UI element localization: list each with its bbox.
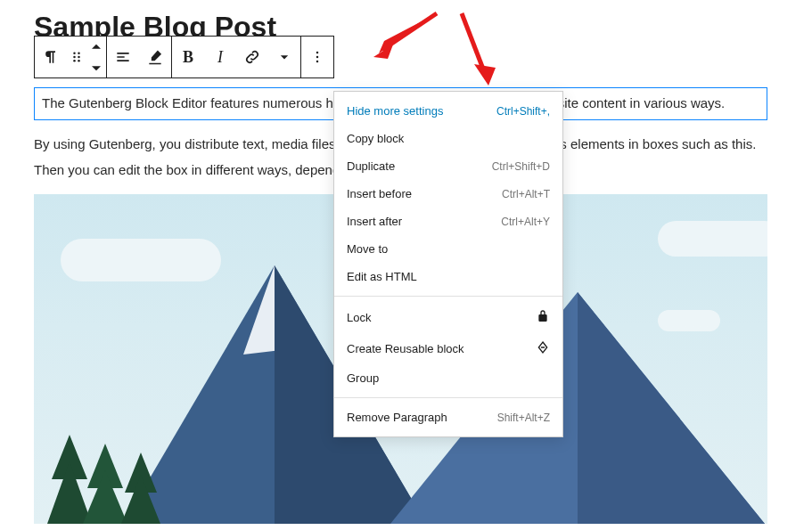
menu-item-create-reusable-block[interactable]: Create Reusable block [334, 333, 562, 364]
svg-point-2 [73, 56, 76, 59]
menu-item-remove-paragraph[interactable]: Remove ParagraphShift+Alt+Z [334, 404, 562, 431]
svg-point-4 [73, 60, 76, 62]
trees-icon [43, 426, 185, 524]
menu-section-3: Remove ParagraphShift+Alt+Z [334, 398, 562, 436]
drag-handle[interactable] [67, 37, 86, 77]
menu-item-shortcut: Ctrl+Shift+D [492, 160, 550, 173]
italic-button[interactable]: I [204, 37, 236, 77]
cloud-icon [658, 221, 767, 257]
menu-item-copy-block[interactable]: Copy block [334, 125, 562, 152]
svg-point-7 [316, 56, 319, 59]
reusable-block-icon [536, 340, 550, 355]
svg-point-6 [316, 52, 319, 54]
menu-section-1: Hide more settingsCtrl+Shift+,Copy block… [334, 92, 562, 297]
toolbar-group-align [107, 37, 172, 77]
menu-item-insert-after[interactable]: Insert afterCtrl+Alt+Y [334, 208, 562, 235]
svg-marker-13 [578, 292, 765, 524]
options-dropdown-menu: Hide more settingsCtrl+Shift+,Copy block… [333, 91, 563, 437]
more-rich-text-button[interactable] [268, 37, 300, 77]
toolbar-group-format: B I [172, 37, 301, 77]
toolbar-group-transform [35, 37, 107, 77]
svg-marker-15 [47, 461, 92, 524]
annotation-arrow-icon [370, 9, 441, 62]
more-vertical-icon [308, 48, 326, 66]
svg-point-1 [78, 53, 80, 55]
drag-icon [68, 48, 86, 66]
annotation-arrow-icon [444, 9, 497, 89]
align-button[interactable] [107, 37, 139, 77]
move-up-button[interactable] [86, 37, 106, 57]
menu-item-edit-as-html[interactable]: Edit as HTML [334, 263, 562, 290]
svg-marker-17 [83, 470, 127, 524]
options-button[interactable] [301, 37, 333, 77]
highlight-button[interactable] [139, 37, 171, 77]
align-left-icon [114, 48, 132, 66]
menu-item-label: Insert before [347, 187, 412, 200]
menu-item-move-to[interactable]: Move to [334, 235, 562, 263]
link-icon [243, 48, 261, 66]
svg-point-8 [316, 61, 319, 63]
menu-item-lock[interactable]: Lock [334, 302, 562, 333]
link-button[interactable] [236, 37, 268, 77]
svg-marker-19 [121, 475, 160, 524]
menu-item-insert-before[interactable]: Insert beforeCtrl+Alt+T [334, 180, 562, 208]
menu-item-shortcut: Shift+Alt+Z [497, 412, 550, 424]
menu-item-label: Copy block [347, 132, 404, 145]
menu-item-shortcut: Ctrl+Shift+, [496, 105, 550, 118]
menu-section-2: LockCreate Reusable blockGroup [334, 297, 562, 398]
menu-item-hide-more-settings[interactable]: Hide more settingsCtrl+Shift+, [334, 97, 562, 125]
svg-point-5 [78, 60, 80, 62]
svg-marker-23 [474, 64, 496, 86]
menu-item-label: Remove Paragraph [347, 411, 447, 424]
highlighter-icon [146, 48, 164, 66]
lock-icon [536, 309, 550, 323]
menu-item-group[interactable]: Group [334, 364, 562, 392]
menu-item-label: Hide more settings [347, 104, 443, 118]
chevron-up-icon [87, 38, 105, 56]
menu-item-duplicate[interactable]: DuplicateCtrl+Shift+D [334, 152, 562, 180]
menu-item-label: Move to [347, 242, 388, 256]
svg-line-22 [462, 13, 484, 71]
italic-icon: I [217, 48, 223, 67]
menu-item-label: Duplicate [347, 159, 395, 173]
svg-point-3 [78, 56, 80, 59]
chevron-down-icon [87, 59, 105, 77]
menu-item-shortcut: Ctrl+Alt+Y [501, 216, 550, 228]
chevron-down-icon [275, 48, 293, 66]
block-toolbar: B I [34, 36, 334, 78]
bold-icon: B [183, 48, 193, 67]
menu-item-label: Create Reusable block [347, 342, 464, 355]
menu-item-shortcut: Ctrl+Alt+T [502, 188, 550, 200]
menu-item-label: Lock [347, 311, 371, 324]
paragraph-icon [42, 48, 60, 66]
menu-item-label: Edit as HTML [347, 270, 417, 283]
menu-item-label: Insert after [347, 215, 402, 228]
bold-button[interactable]: B [172, 37, 204, 77]
menu-item-label: Group [347, 371, 379, 385]
move-down-button[interactable] [86, 57, 106, 77]
svg-line-20 [382, 13, 437, 50]
svg-point-0 [73, 53, 76, 55]
toolbar-group-options [301, 37, 333, 77]
block-type-button[interactable] [35, 37, 67, 77]
